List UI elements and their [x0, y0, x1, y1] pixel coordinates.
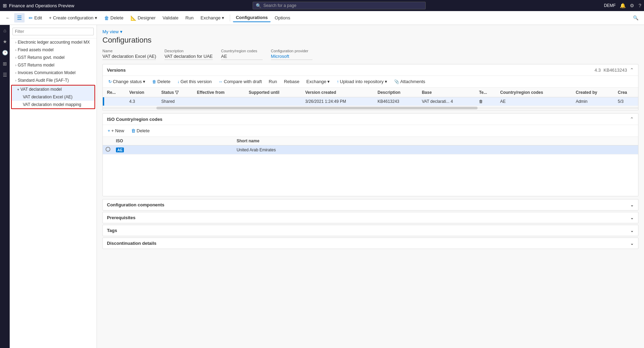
get-this-version-button[interactable]: ↓ Get this version	[174, 78, 214, 85]
discontinuation-chevron-icon: ⌄	[630, 241, 634, 246]
sidebar-item-electronic-ledger[interactable]: › Electronic ledger accounting model MX	[10, 38, 97, 46]
chevron-right-icon: ›	[15, 56, 16, 60]
create-config-button[interactable]: + Create configuration ▾	[46, 14, 100, 22]
validate-button[interactable]: Validate	[160, 14, 181, 22]
search-icon: 🔍	[256, 3, 261, 8]
col-version-created[interactable]: Version created	[302, 88, 375, 97]
cell-created: 5/3	[615, 97, 638, 106]
col-country[interactable]: Country/region codes	[497, 88, 573, 97]
configurations-tab[interactable]: Configurations	[233, 14, 270, 22]
table-row[interactable]: 4.3 Shared 3/26/2021 1:24:49 PM KB461324…	[103, 97, 638, 106]
sidebar-item-vat-excel[interactable]: VAT declaration Excel (AE)	[12, 93, 94, 101]
help-icon[interactable]: ?	[638, 3, 641, 8]
col-te[interactable]: Te...	[476, 88, 497, 97]
iso-delete-button[interactable]: 🗑 Delete	[129, 127, 152, 134]
exchange-button[interactable]: Exchange ▾	[198, 14, 227, 22]
menu-icon: ☰	[17, 15, 22, 21]
settings-icon[interactable]: ⚙	[630, 3, 634, 8]
menu-button[interactable]: ☰	[14, 13, 25, 23]
chevron-down-icon: ▾	[17, 88, 19, 91]
view-label[interactable]: My view ▾	[102, 29, 638, 34]
col-short-name[interactable]: Short name	[234, 137, 631, 145]
favorites-icon[interactable]: ★	[3, 39, 7, 44]
upload-icon: ↑	[337, 79, 339, 84]
modules-icon[interactable]: ☰	[3, 72, 7, 78]
attachment-icon: 📎	[394, 79, 399, 84]
separator	[230, 15, 230, 21]
col-created-by[interactable]: Created by	[573, 88, 615, 97]
versions-exchange-button[interactable]: Exchange ▾	[303, 78, 333, 85]
sidebar-item-gst-returns[interactable]: › GST Returns model	[10, 61, 97, 69]
app-title: Finance and Operations Preview	[9, 3, 74, 8]
recent-icon[interactable]: 🕐	[2, 50, 8, 55]
back-icon: ←	[6, 15, 10, 20]
designer-button[interactable]: 📐 Designer	[128, 14, 158, 22]
config-components-section[interactable]: Configuration components ⌄	[102, 199, 638, 211]
scrollbar-thumb	[156, 107, 478, 109]
versions-scrollbar[interactable]	[103, 107, 638, 109]
run-button[interactable]: Run	[183, 14, 197, 22]
versions-collapse-btn[interactable]: ⌃	[630, 67, 634, 73]
col-effective-from[interactable]: Effective from	[194, 88, 246, 97]
change-status-button[interactable]: ↻ Change status ▾	[106, 78, 148, 85]
iso-new-button[interactable]: + + New	[106, 127, 126, 134]
designer-icon: 📐	[130, 15, 136, 21]
sidebar-item-vat-declaration[interactable]: ▾ VAT declaration model	[12, 86, 94, 93]
prereq-chevron-icon: ⌄	[630, 215, 634, 220]
chevron-right-icon: ›	[15, 48, 16, 52]
compare-with-draft-button[interactable]: ↔ Compare with draft	[216, 78, 265, 85]
versions-section-header[interactable]: Versions 4.3 KB4613243 ⌃	[103, 64, 638, 76]
versions-table: Re... Version Status ▽ Effective from Su…	[103, 88, 638, 106]
exchange-chevron-icon: ▾	[222, 15, 224, 20]
chevron-right-icon: ›	[15, 71, 16, 75]
versions-run-button[interactable]: Run	[266, 78, 280, 85]
cell-re	[104, 97, 126, 106]
notification-icon[interactable]: 🔔	[620, 3, 626, 8]
iso-section-header[interactable]: ISO Country/region codes ⌃	[103, 114, 638, 125]
iso-empty-space	[103, 154, 638, 196]
exchange-v-chevron-icon: ▾	[327, 79, 330, 84]
home-icon[interactable]: ⌂	[3, 28, 6, 33]
col-iso[interactable]: ISO	[113, 137, 234, 145]
col-crea[interactable]: Crea	[615, 88, 638, 97]
provider-field: Configuration provider Microsoft	[271, 49, 312, 60]
cell-short-name: United Arab Emirates	[234, 145, 631, 154]
edit-button[interactable]: ✏ Edit	[26, 14, 45, 22]
search-placeholder: Search for a page	[263, 3, 296, 8]
sidebar-item-gst-govt[interactable]: › GST Returns govt. model	[10, 54, 97, 61]
filter-input[interactable]	[12, 28, 94, 35]
col-re[interactable]: Re...	[104, 88, 126, 97]
sidebar-item-fixed-assets[interactable]: › Fixed assets model	[10, 46, 97, 54]
search-box[interactable]: 🔍 Search for a page	[253, 2, 426, 9]
back-button[interactable]: ←	[3, 14, 13, 22]
col-supported-until[interactable]: Supported until	[246, 88, 302, 97]
prerequisites-section[interactable]: Prerequisites ⌄	[102, 212, 638, 223]
col-base[interactable]: Base	[419, 88, 476, 97]
upload-repository-button[interactable]: ↑ Upload into repository ▾	[334, 78, 390, 85]
list-item[interactable]: AE United Arab Emirates	[103, 145, 638, 154]
tags-section[interactable]: Tags ⌄	[102, 225, 638, 236]
filter-icon: ▽	[175, 90, 179, 95]
col-status[interactable]: Status ▽	[158, 88, 194, 97]
upload-chevron-icon: ▾	[385, 79, 387, 84]
sidebar: › Electronic ledger accounting model MX …	[10, 25, 97, 348]
rebase-button[interactable]: Rebase	[281, 78, 302, 85]
iso-collapse-btn[interactable]: ⌃	[630, 116, 634, 122]
options-tab[interactable]: Options	[272, 14, 293, 22]
app-branding: ⊞ Finance and Operations Preview	[3, 3, 74, 8]
workspaces-icon[interactable]: ⊞	[3, 61, 7, 66]
col-version[interactable]: Version	[126, 88, 158, 97]
content-area: My view ▾ Configurations Name VAT declar…	[97, 25, 644, 348]
discontinuation-section[interactable]: Discontinuation details ⌄	[102, 238, 638, 249]
col-description[interactable]: Description	[375, 88, 419, 97]
sidebar-item-vat-mapping[interactable]: VAT declaration model mapping	[12, 101, 94, 108]
cell-base: VAT declarati... 4	[419, 97, 476, 106]
versions-delete-button[interactable]: 🗑 Delete	[149, 78, 173, 85]
search-cmd-button[interactable]: 🔍	[630, 14, 641, 22]
sidebar-item-invoices[interactable]: › Invoices Communication Model	[10, 69, 97, 77]
attachments-button[interactable]: 📎 Attachments	[391, 78, 428, 85]
top-bar: ⊞ Finance and Operations Preview 🔍 Searc…	[0, 0, 644, 11]
sidebar-item-standard-audit[interactable]: › Standard Audit File (SAF-T)	[10, 77, 97, 84]
tags-chevron-icon: ⌄	[630, 228, 634, 233]
delete-button[interactable]: 🗑 Delete	[101, 14, 126, 22]
